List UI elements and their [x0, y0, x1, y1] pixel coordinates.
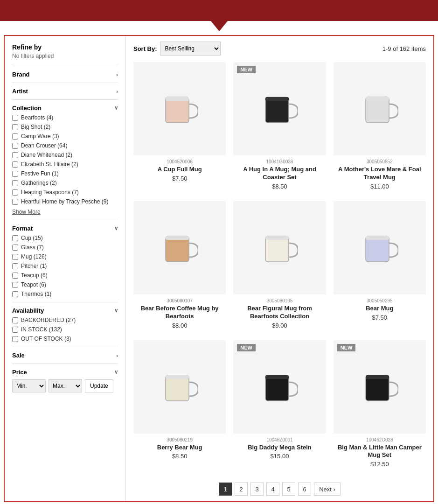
product-card[interactable]: 3005080107 Bear Before Coffee Mug by Bea… — [133, 201, 226, 333]
price-arrow-icon: ∨ — [114, 369, 118, 375]
price-filter-header[interactable]: Price ∨ — [12, 369, 118, 376]
brand-arrow-icon: › — [116, 72, 118, 77]
collection-checkbox[interactable] — [12, 189, 18, 196]
availability-filter-header[interactable]: Availability ∨ — [12, 307, 118, 314]
svg-rect-15 — [265, 375, 289, 379]
product-name: Bear Mug — [334, 305, 426, 313]
product-card[interactable]: 3005050295 Bear Mug $7.50 — [334, 201, 426, 333]
sale-arrow-icon: › — [116, 353, 118, 358]
product-card[interactable]: 1004520006 A Cup Full Mug $7.50 — [133, 62, 226, 194]
collection-item: Festive Fun (1) — [12, 170, 118, 177]
artist-arrow-icon: › — [116, 89, 118, 94]
collection-filter-header[interactable]: Collection ∨ — [12, 105, 118, 112]
product-sku: 3005050852 — [334, 159, 426, 164]
availability-checkbox[interactable] — [12, 336, 18, 342]
collection-item: Gatherings (2) — [12, 180, 118, 186]
collection-checkbox[interactable] — [12, 152, 18, 158]
sort-by-label: Sort By: — [133, 45, 157, 52]
format-checkbox[interactable] — [12, 291, 18, 297]
product-sku: 3005080105 — [233, 298, 326, 303]
product-card[interactable]: NEW 10046Z0001 Big Daddy Mega Stein $15.… — [233, 340, 326, 472]
format-checkbox[interactable] — [12, 263, 18, 269]
products-area: Sort By: Best SellingPrice: Low to HighP… — [126, 36, 433, 501]
collection-arrow-icon: ∨ — [114, 105, 118, 111]
product-sku: 3005080219 — [133, 437, 226, 442]
collection-checkbox[interactable] — [12, 124, 18, 130]
format-checkbox[interactable] — [12, 254, 18, 260]
product-card[interactable]: NEW 100462O028 Big Man & Little Man Camp… — [334, 340, 426, 472]
product-image-wrap — [334, 62, 426, 155]
product-sku: 10041G0038 — [233, 159, 326, 164]
product-name: Big Man & Little Man Camper Mug Set — [334, 444, 426, 460]
collection-item: Dean Crouser (64) — [12, 142, 118, 149]
product-card[interactable]: 3005080105 Bear Figural Mug from Bearfoo… — [233, 201, 326, 333]
collection-checkbox[interactable] — [12, 143, 18, 149]
availability-arrow-icon: ∨ — [114, 308, 118, 314]
format-item: Pitcher (1) — [12, 263, 118, 269]
collection-item: Diane Whitehead (2) — [12, 152, 118, 158]
availability-label: Availability — [12, 307, 44, 314]
format-checkbox[interactable] — [12, 235, 18, 241]
format-item: Cup (15) — [12, 235, 118, 241]
sale-filter-header[interactable]: Sale › — [12, 352, 118, 359]
show-more-link[interactable]: Show More — [12, 209, 118, 215]
format-checkbox[interactable] — [12, 245, 18, 251]
pagination-page-4[interactable]: 4 — [266, 483, 279, 496]
collection-items: Bearfoots (4)Big Shot (2)Camp Ware (3)De… — [12, 114, 118, 205]
sale-label: Sale — [12, 352, 25, 359]
product-card[interactable]: NEW 10041G0038 A Hug In A Mug; Mug and C… — [233, 62, 326, 194]
svg-rect-11 — [366, 236, 389, 240]
product-price: $8.00 — [133, 322, 226, 329]
product-sku: 100462O028 — [334, 437, 426, 442]
svg-rect-14 — [265, 375, 289, 401]
artist-label: Artist — [12, 88, 28, 95]
collection-checkbox[interactable] — [12, 115, 18, 121]
product-card[interactable]: 3005080219 Berry Bear Mug $8.50 — [133, 340, 226, 472]
pagination-page-5[interactable]: 5 — [282, 483, 295, 496]
product-image-wrap: NEW — [233, 340, 326, 434]
price-min-select[interactable]: Min. — [12, 379, 46, 392]
collection-label: Collection — [12, 105, 42, 112]
pagination: 123456Next › — [133, 483, 426, 496]
product-price: $11.00 — [334, 183, 426, 190]
collection-checkbox[interactable] — [12, 199, 18, 205]
sort-by-container: Sort By: Best SellingPrice: Low to HighP… — [133, 42, 221, 56]
price-max-select[interactable]: Max. — [49, 379, 82, 392]
svg-rect-17 — [366, 375, 389, 379]
product-name: Big Daddy Mega Stein — [233, 444, 326, 452]
sort-select[interactable]: Best SellingPrice: Low to HighPrice: Hig… — [160, 42, 221, 56]
pagination-next[interactable]: Next › — [314, 483, 341, 496]
availability-item: OUT OF STOCK (3) — [12, 336, 118, 342]
collection-checkbox[interactable] — [12, 133, 18, 140]
collection-checkbox[interactable] — [12, 161, 18, 168]
top-bar — [0, 0, 438, 21]
product-price: $15.00 — [233, 453, 326, 460]
product-image-wrap — [334, 201, 426, 294]
artist-filter-header[interactable]: Artist › — [12, 88, 118, 95]
pagination-page-1[interactable]: 1 — [219, 483, 232, 496]
format-checkbox[interactable] — [12, 282, 18, 288]
product-price: $8.50 — [233, 183, 326, 190]
product-image-wrap: NEW — [233, 62, 326, 155]
refine-by-title: Refine by — [12, 43, 118, 51]
collection-checkbox[interactable] — [12, 180, 18, 186]
format-checkbox[interactable] — [12, 273, 18, 279]
products-header: Sort By: Best SellingPrice: Low to HighP… — [133, 42, 426, 56]
format-filter-header[interactable]: Format ∨ — [12, 225, 118, 232]
product-price: $7.50 — [133, 175, 226, 182]
product-card[interactable]: 3005050852 A Mother's Love Mare & Foal T… — [334, 62, 426, 194]
product-name: Berry Bear Mug — [133, 444, 226, 452]
collection-item: Camp Ware (3) — [12, 133, 118, 140]
product-sku: 10046Z0001 — [233, 437, 326, 442]
collection-checkbox[interactable] — [12, 171, 18, 177]
pagination-page-2[interactable]: 2 — [235, 483, 248, 496]
format-item: Glass (7) — [12, 244, 118, 251]
pagination-page-3[interactable]: 3 — [250, 483, 264, 496]
brand-filter-header[interactable]: Brand › — [12, 71, 118, 78]
collection-item: Big Shot (2) — [12, 124, 118, 130]
availability-checkbox[interactable] — [12, 317, 18, 323]
price-update-button[interactable]: Update — [85, 379, 113, 392]
pagination-page-6[interactable]: 6 — [298, 483, 311, 496]
availability-checkbox[interactable] — [12, 327, 18, 333]
svg-rect-4 — [366, 97, 389, 123]
